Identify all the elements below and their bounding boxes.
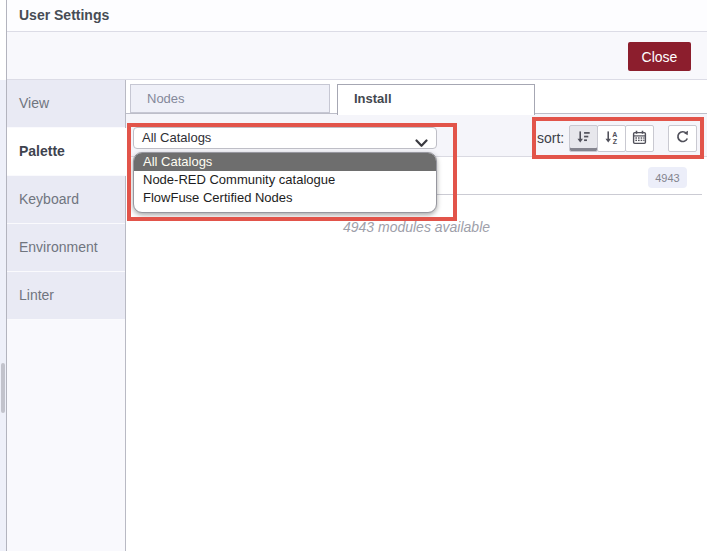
sidebar-item-view[interactable]: View <box>7 80 126 128</box>
user-settings-dialog: User Settings Close View Palette Keyboar… <box>0 0 707 551</box>
refresh-icon <box>675 130 690 148</box>
sidebar-item-keyboard[interactable]: Keyboard <box>7 176 126 224</box>
sidebar-item-label: View <box>19 95 49 111</box>
refresh-button[interactable] <box>668 125 697 152</box>
sidebar-item-label: Keyboard <box>19 191 79 207</box>
sort-amount-desc-button[interactable] <box>569 125 598 152</box>
sort-label: sort: <box>537 130 564 146</box>
sort-alpha-asc-button[interactable]: A Z <box>597 125 626 152</box>
chevron-down-icon <box>415 134 428 154</box>
dropdown-option-all-catalogs[interactable]: All Catalogs <box>134 153 436 171</box>
svg-text:Z: Z <box>613 138 618 145</box>
sidebar-item-label: Linter <box>19 287 54 303</box>
sidebar-item-linter[interactable]: Linter <box>7 272 126 320</box>
sidebar-item-environment[interactable]: Environment <box>7 224 126 272</box>
settings-sidebar: View Palette Keyboard Environment Linter <box>7 80 125 551</box>
sidebar-item-label: Environment <box>19 239 98 255</box>
sidebar-item-label: Palette <box>19 143 65 159</box>
tab-nodes[interactable]: Nodes <box>130 84 330 113</box>
dialog-header-row: Close <box>7 32 707 80</box>
close-button[interactable]: Close <box>628 42 691 71</box>
page-scrollbar-thumb[interactable] <box>1 363 5 413</box>
modules-available-text: 4943 modules available <box>126 219 707 235</box>
module-count-badge: 4943 <box>648 167 687 188</box>
calendar-sort-button[interactable] <box>625 125 654 152</box>
svg-text:A: A <box>612 130 617 137</box>
dialog-title: User Settings <box>7 0 707 32</box>
calendar-icon <box>632 130 647 148</box>
catalog-dropdown-list: All Catalogs Node-RED Community catalogu… <box>133 152 437 213</box>
sort-amount-desc-icon <box>576 130 591 148</box>
dropdown-option-node-red-community[interactable]: Node-RED Community catalogue <box>134 171 436 189</box>
catalog-select-value: All Catalogs <box>142 130 211 145</box>
dropdown-option-flowfuse-certified[interactable]: FlowFuse Certified Nodes <box>134 189 436 207</box>
sort-alpha-asc-icon: A Z <box>604 130 619 148</box>
catalog-select[interactable]: All Catalogs <box>133 127 437 149</box>
tab-install[interactable]: Install <box>337 84 535 115</box>
sidebar-item-palette[interactable]: Palette <box>7 128 127 176</box>
